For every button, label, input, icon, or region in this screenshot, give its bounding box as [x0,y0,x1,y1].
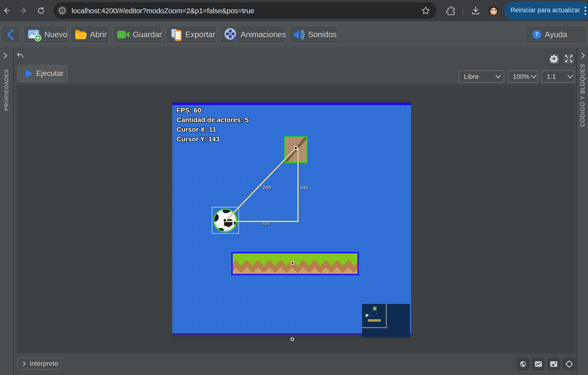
svg-text:209: 209 [262,185,271,190]
svg-text:?: ? [535,31,539,38]
svg-text:Cursor X: 11: Cursor X: 11 [177,126,216,133]
svg-text:FPS: 60: FPS: 60 [177,107,201,114]
svg-text:Cursor Y: 143: Cursor Y: 143 [177,135,220,143]
svg-text:145: 145 [300,185,308,190]
svg-text:Cantidad de actores: 5: Cantidad de actores: 5 [177,116,249,123]
